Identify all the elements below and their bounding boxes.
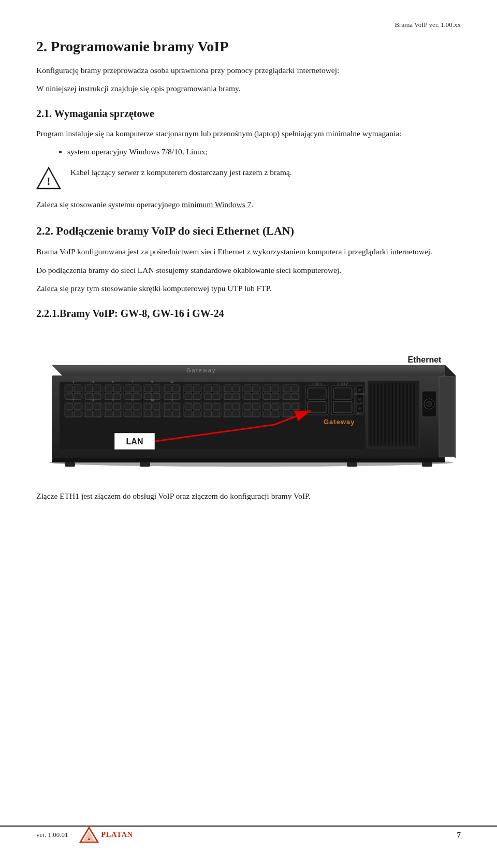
platan-logo-icon: ▲ bbox=[79, 827, 99, 843]
svg-rect-117 bbox=[213, 403, 220, 410]
subsection-2-2-body3: Zaleca się przy tym stosowanie skrętki k… bbox=[36, 282, 461, 295]
svg-rect-177 bbox=[140, 462, 150, 467]
svg-rect-175 bbox=[65, 462, 75, 467]
warning-text: Kabel łączący serwer z komputerem dostar… bbox=[70, 166, 461, 179]
svg-rect-155 bbox=[368, 381, 419, 448]
svg-rect-9 bbox=[66, 386, 73, 392]
svg-rect-93 bbox=[224, 393, 231, 399]
svg-rect-146 bbox=[333, 401, 352, 413]
svg-rect-89 bbox=[213, 393, 220, 399]
svg-rect-118 bbox=[204, 411, 212, 417]
svg-rect-61 bbox=[144, 411, 152, 417]
svg-rect-178 bbox=[347, 462, 357, 467]
svg-rect-62 bbox=[153, 411, 160, 417]
svg-rect-107 bbox=[291, 386, 299, 392]
svg-rect-134 bbox=[272, 411, 279, 417]
svg-rect-132 bbox=[272, 403, 279, 410]
header-title: Brama VoIP ver. 1.00.xx bbox=[394, 21, 461, 29]
svg-rect-108 bbox=[283, 393, 290, 399]
svg-rect-97 bbox=[252, 386, 259, 392]
bullet-item-os: system operacyjny Windows 7/8/10, Linux; bbox=[67, 145, 461, 158]
svg-rect-119 bbox=[213, 411, 220, 417]
svg-text:ALM: ALM bbox=[357, 402, 362, 405]
svg-text:ETH 1: ETH 1 bbox=[312, 382, 322, 386]
svg-rect-54 bbox=[125, 403, 132, 410]
device-caption: Złącze ETH1 jest złączem do obsługi VoIP… bbox=[36, 489, 461, 503]
svg-rect-174 bbox=[52, 458, 445, 462]
svg-rect-116 bbox=[204, 403, 212, 410]
svg-rect-27 bbox=[133, 393, 140, 399]
page: Brama VoIP ver. 1.00.xx 2. Programowanie… bbox=[0, 0, 497, 868]
svg-rect-112 bbox=[193, 403, 200, 410]
svg-rect-145 bbox=[333, 388, 352, 399]
svg-rect-121 bbox=[224, 403, 231, 410]
svg-rect-11 bbox=[66, 393, 73, 399]
svg-rect-50 bbox=[113, 403, 121, 410]
svg-rect-29 bbox=[144, 386, 152, 392]
svg-rect-122 bbox=[232, 403, 240, 410]
svg-rect-141 bbox=[308, 388, 326, 399]
svg-rect-84 bbox=[193, 393, 200, 399]
svg-rect-106 bbox=[283, 386, 290, 392]
svg-rect-10 bbox=[74, 386, 81, 392]
svg-rect-52 bbox=[113, 411, 121, 417]
svg-rect-124 bbox=[232, 411, 240, 417]
section-title: 2. Programowanie bramy VoIP bbox=[36, 38, 461, 55]
svg-text:Ethernet: Ethernet bbox=[408, 355, 442, 364]
svg-rect-47 bbox=[94, 411, 101, 417]
footer-logo-text: PLATAN bbox=[101, 831, 133, 839]
device-image-area: Gateway bbox=[36, 334, 461, 479]
device-illustration: Gateway bbox=[36, 334, 461, 479]
svg-rect-41 bbox=[66, 411, 73, 417]
svg-rect-56 bbox=[125, 411, 132, 417]
svg-point-149 bbox=[358, 388, 361, 392]
svg-text:!: ! bbox=[47, 175, 50, 187]
svg-rect-30 bbox=[153, 386, 160, 392]
svg-rect-42 bbox=[74, 411, 81, 417]
svg-rect-91 bbox=[224, 386, 231, 392]
warning-box: ! Kabel łączący serwer z komputerem dost… bbox=[36, 166, 461, 191]
intro-paragraph-1: Konfigurację bramy przeprowadza osoba up… bbox=[36, 64, 461, 77]
svg-rect-173 bbox=[439, 377, 455, 457]
svg-rect-16 bbox=[85, 393, 93, 399]
svg-rect-113 bbox=[185, 411, 192, 417]
requirements-list: system operacyjny Windows 7/8/10, Linux; bbox=[67, 145, 461, 158]
subsection-2-1-body1: Program instaluje się na komputerze stac… bbox=[36, 127, 461, 140]
svg-rect-87 bbox=[213, 386, 220, 392]
svg-text:Gateway: Gateway bbox=[186, 367, 216, 373]
svg-rect-59 bbox=[144, 403, 152, 410]
footer-version: ver. 1.00.01 bbox=[36, 831, 68, 839]
svg-rect-35 bbox=[172, 386, 180, 392]
svg-rect-46 bbox=[85, 411, 93, 417]
subsection-2-2-title: 2.2. Podłączenie bramy VoIP do sieci Eth… bbox=[36, 224, 461, 238]
svg-rect-129 bbox=[252, 411, 259, 417]
svg-rect-66 bbox=[164, 411, 171, 417]
svg-rect-86 bbox=[204, 386, 212, 392]
svg-rect-57 bbox=[133, 411, 140, 417]
svg-rect-45 bbox=[94, 403, 101, 410]
svg-rect-39 bbox=[66, 403, 73, 410]
platan-logo: ▲ PLATAN bbox=[79, 827, 133, 843]
svg-rect-101 bbox=[264, 386, 271, 392]
svg-rect-82 bbox=[193, 386, 200, 392]
svg-rect-126 bbox=[244, 403, 251, 410]
svg-rect-34 bbox=[164, 386, 171, 392]
svg-text:RUN: RUN bbox=[357, 411, 363, 414]
recommend-text: Zaleca się stosowanie systemu operacyjne… bbox=[36, 198, 461, 211]
svg-rect-21 bbox=[105, 393, 112, 399]
subsection-2-2-1-title: 2.2.1.Bramy VoIP: GW-8, GW-16 i GW-24 bbox=[36, 308, 461, 320]
svg-rect-55 bbox=[133, 403, 140, 410]
svg-text:12: 12 bbox=[170, 399, 174, 402]
svg-rect-96 bbox=[244, 386, 251, 392]
page-footer: ver. 1.00.01 ▲ PLATAN 7 bbox=[0, 826, 497, 843]
svg-rect-133 bbox=[264, 411, 271, 417]
svg-rect-111 bbox=[185, 403, 192, 410]
svg-text:11: 11 bbox=[170, 380, 174, 383]
warning-icon: ! bbox=[36, 166, 61, 191]
svg-rect-15 bbox=[94, 386, 101, 392]
svg-rect-25 bbox=[133, 386, 140, 392]
svg-text:▲: ▲ bbox=[87, 836, 91, 841]
svg-rect-114 bbox=[193, 411, 200, 417]
svg-rect-24 bbox=[125, 386, 132, 392]
svg-rect-64 bbox=[164, 403, 171, 410]
